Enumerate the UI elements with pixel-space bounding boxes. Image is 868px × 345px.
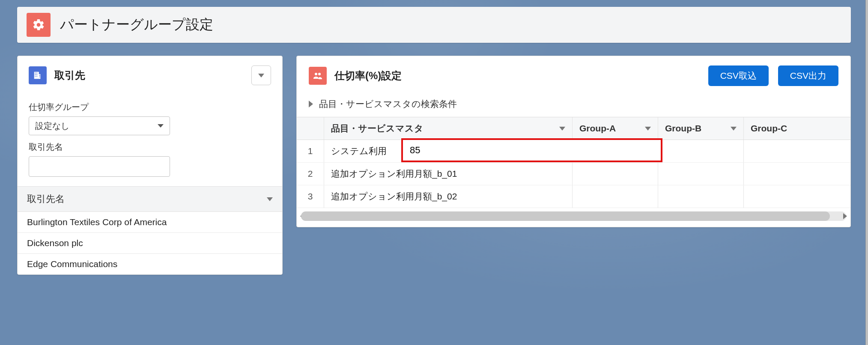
chevron-down-icon: [267, 197, 273, 201]
col-number: [297, 117, 324, 140]
chevron-down-icon: [258, 74, 264, 77]
cell-item-name-text: 追加オプション利用月額_b_02: [331, 190, 457, 202]
accounts-list: Burlington Textiles Corp of America Dick…: [18, 212, 282, 274]
cell-group-b[interactable]: [658, 140, 744, 162]
window-scrollbar[interactable]: [865, 0, 868, 345]
list-item[interactable]: Edge Communications: [18, 254, 282, 274]
cell-item-name-text: 追加オプション利用月額_b_01: [331, 168, 457, 180]
table-row: 3 追加オプション利用月額_b_02: [297, 185, 850, 208]
col-group-c[interactable]: Group-C: [744, 117, 850, 140]
cell-group-c[interactable]: [744, 185, 850, 208]
row-number: 2: [297, 163, 324, 185]
cell-item-name[interactable]: 追加オプション利用月額_b_01: [324, 163, 573, 185]
chevron-down-icon: [559, 127, 565, 131]
rate-cell-editor-value: 85: [410, 145, 420, 156]
rates-panel-title: 仕切率(%)設定: [334, 69, 402, 83]
cell-item-name[interactable]: システム利用 85: [324, 140, 573, 162]
accounts-panel-menu-button[interactable]: [251, 65, 271, 85]
accounts-panel: 取引先 仕切率グループ 設定なし 取引先名 取引先名 Burlington Te…: [17, 56, 283, 275]
field-label-account-name: 取引先名: [29, 141, 271, 153]
cell-group-a[interactable]: [573, 163, 658, 185]
page-title: パートナーグループ設定: [60, 15, 213, 34]
cell-item-name[interactable]: 追加オプション利用月額_b_02: [324, 185, 573, 208]
cell-group-c[interactable]: [744, 140, 850, 162]
col-group-a-label: Group-A: [579, 123, 616, 134]
horizontal-scrollbar[interactable]: [301, 211, 846, 221]
cell-item-name-text: システム利用: [331, 145, 387, 157]
group-select-value: 設定なし: [35, 120, 69, 132]
cell-group-c[interactable]: [744, 163, 850, 185]
col-item-master[interactable]: 品目・サービスマスタ: [324, 117, 573, 140]
csv-import-button[interactable]: CSV取込: [708, 65, 769, 86]
rates-table: 品目・サービスマスタ Group-A Group-B Group-C 1: [297, 117, 850, 208]
chevron-down-icon: [158, 124, 164, 128]
table-row: 2 追加オプション利用月額_b_01: [297, 163, 850, 185]
rates-panel-header: 仕切率(%)設定 CSV取込 CSV出力: [297, 56, 850, 94]
col-group-b-label: Group-B: [665, 123, 701, 134]
chevron-down-icon: [645, 127, 651, 131]
chevron-right-icon: [309, 101, 313, 107]
col-item-master-label: 品目・サービスマスタ: [331, 122, 424, 134]
rates-panel: 仕切率(%)設定 CSV取込 CSV出力 品目・サービスマスタの検索条件 品目・…: [296, 56, 851, 227]
table-header-row: 品目・サービスマスタ Group-A Group-B Group-C: [297, 117, 850, 140]
list-item[interactable]: Burlington Textiles Corp of America: [18, 212, 282, 233]
accounts-list-header-label: 取引先名: [27, 193, 65, 205]
col-group-a[interactable]: Group-A: [573, 117, 658, 140]
gears-icon: [27, 13, 51, 37]
scrollbar-thumb[interactable]: [301, 211, 830, 221]
accounts-panel-header: 取引先: [18, 56, 282, 93]
row-number: 1: [297, 140, 324, 162]
row-number: 3: [297, 185, 324, 208]
people-icon: [309, 67, 327, 85]
cell-group-b[interactable]: [658, 185, 744, 208]
group-select[interactable]: 設定なし: [29, 116, 170, 135]
cell-group-a[interactable]: [573, 185, 658, 208]
page-title-bar: パートナーグループ設定: [17, 7, 851, 43]
csv-export-button[interactable]: CSV出力: [778, 65, 838, 86]
search-conditions-toggle[interactable]: 品目・サービスマスタの検索条件: [297, 94, 850, 117]
account-name-input[interactable]: [29, 156, 170, 177]
rate-cell-editor[interactable]: 85: [401, 138, 662, 162]
search-conditions-label: 品目・サービスマスタの検索条件: [319, 98, 457, 110]
scroll-right-icon: [843, 213, 847, 219]
field-label-group: 仕切率グループ: [29, 101, 271, 113]
cell-group-b[interactable]: [658, 163, 744, 185]
col-group-c-label: Group-C: [751, 123, 787, 134]
chevron-down-icon: [731, 127, 737, 131]
list-item[interactable]: Dickenson plc: [18, 233, 282, 254]
table-row: 1 システム利用 85: [297, 140, 850, 163]
building-icon: [29, 66, 47, 84]
col-group-b[interactable]: Group-B: [658, 117, 744, 140]
accounts-list-header[interactable]: 取引先名: [18, 186, 282, 212]
accounts-panel-title: 取引先: [54, 68, 85, 82]
